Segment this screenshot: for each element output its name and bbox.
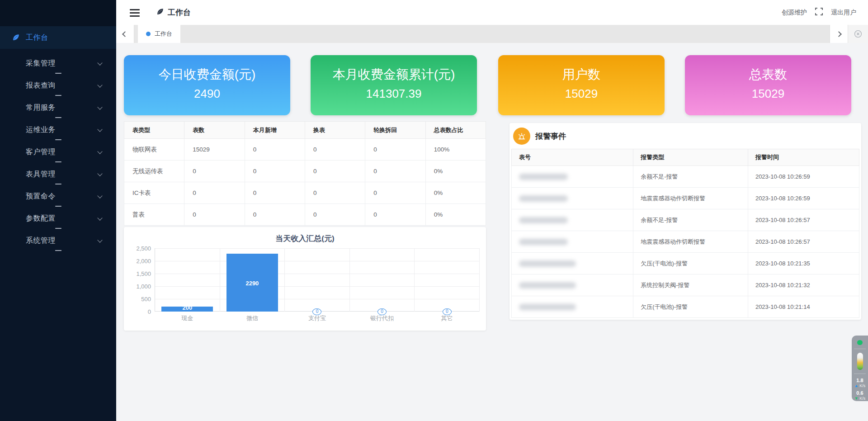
meter-table-cell: 0 <box>305 139 365 161</box>
workbench-leaf-icon <box>12 33 20 42</box>
chart-title: 当天收入汇总(元) <box>124 227 486 244</box>
bar-value-label: 2290 <box>245 280 259 287</box>
sidebar-item-4[interactable]: 运维业务 <box>0 119 116 141</box>
sidebar-item-label: 运维业务 <box>26 125 56 135</box>
tab-workbench[interactable]: 工作台 <box>138 25 180 43</box>
alarm-panel-header: 报警事件 <box>509 123 861 149</box>
page-title-text: 工作台 <box>168 7 191 18</box>
logout-button[interactable]: 退出用户 <box>831 9 856 17</box>
meter-number-blurred <box>519 260 576 267</box>
meter-table-cell: 0 <box>245 161 305 182</box>
upload-speed-value: 1.8 <box>856 378 863 383</box>
sidebar-item-label: 采集管理 <box>26 59 56 68</box>
alarm-table-header: 报警时间 <box>748 149 859 166</box>
meter-table-cell: 0% <box>425 204 486 226</box>
meter-table-cell: 0 <box>245 182 305 204</box>
x-axis-category-label: 其它 <box>415 314 479 322</box>
meter-table-cell: 0 <box>365 139 425 161</box>
meter-number-blurred <box>519 282 576 289</box>
alarm-time-cell: 2023-10-08 10:26:59 <box>748 188 859 209</box>
alarm-table-row: 欠压(干电池)-报警 2023-10-08 10:21:35 <box>512 253 859 274</box>
sidebar-item-3[interactable]: 常用服务 <box>0 97 116 119</box>
sidebar-item-label: 客户管理 <box>26 147 56 157</box>
sidebar-item-7[interactable]: 预置命令 <box>0 185 116 208</box>
meter-table-row: IC卡表00000% <box>124 182 486 204</box>
chevron-down-icon <box>97 82 102 87</box>
chevron-down-icon <box>97 193 102 198</box>
chevron-down-icon <box>97 237 102 242</box>
meter-table-cell: 0 <box>365 161 425 182</box>
x-axis-category-label: 现金 <box>155 314 220 322</box>
sidebar-item-label: 工作台 <box>26 33 48 43</box>
alarm-events-card: 报警事件 表号报警类型报警时间 余额不足-报警 2023-10-08 10:26… <box>509 123 861 320</box>
gauge-pill-icon <box>857 353 863 370</box>
meter-table-cell: 0 <box>365 182 425 204</box>
meter-number-blurred <box>519 174 568 180</box>
y-axis-tick-label: 500 <box>127 296 151 303</box>
alarm-meter-number-cell <box>512 231 633 253</box>
network-monitor-widget[interactable]: 1.8 ▲ K/s 0.6 ▼ K/s <box>852 336 868 401</box>
alarm-table-row: 地震震感器动作切断报警 2023-10-08 10:26:57 <box>512 231 859 253</box>
tab-scroll-right-button[interactable] <box>830 25 848 43</box>
alarm-table-row: 余额不足-报警 2023-10-08 10:26:57 <box>512 209 859 231</box>
meter-table-header: 本月新增 <box>245 122 305 139</box>
meter-table-cell: 0 <box>184 204 245 226</box>
meter-number-blurred <box>519 195 568 202</box>
alarm-table-row: 欠压(干电池)-报警 2023-10-08 10:21:14 <box>512 296 859 318</box>
chevron-left-icon <box>122 31 128 37</box>
meter-number-blurred <box>519 217 568 223</box>
alarm-type-cell: 地震震感器动作切断报警 <box>633 231 748 253</box>
tab-scroll-left-button[interactable] <box>116 25 134 43</box>
income-chart-card: 当天收入汇总(元) 2,5002,0001,5001,0005000 200 现… <box>124 227 486 331</box>
sidebar-item-9[interactable]: 系统管理 <box>0 230 116 252</box>
tab-options-button[interactable] <box>848 25 868 43</box>
sidebar-item-1[interactable]: 采集管理 <box>0 52 116 75</box>
alarm-time-cell: 2023-10-08 10:26:57 <box>748 231 859 253</box>
active-tab-dot-icon <box>146 32 151 36</box>
chart-band: 0 其它 <box>415 248 480 312</box>
hamburger-menu-icon[interactable] <box>130 7 140 19</box>
current-user-label[interactable]: 创源维护 <box>782 9 807 17</box>
meter-table-cell: 无线远传表 <box>124 161 184 182</box>
alarm-panel-title: 报警事件 <box>535 131 566 142</box>
meter-table-cell: 0% <box>425 161 486 182</box>
alarm-time-cell: 2023-10-08 10:26:57 <box>748 209 859 231</box>
stat-card-2: 用户数 15029 <box>498 55 665 115</box>
alarm-type-cell: 系统控制关阀-报警 <box>633 274 748 296</box>
sidebar-item-label: 预置命令 <box>26 192 56 201</box>
fullscreen-icon[interactable] <box>815 8 823 17</box>
sidebar-item-6[interactable]: 表具管理 <box>0 163 116 185</box>
stat-card-value: 141307.39 <box>311 87 477 101</box>
alarm-type-cell: 地震震感器动作切断报警 <box>633 188 748 209</box>
tab-label: 工作台 <box>155 30 172 38</box>
meter-table-cell: 0 <box>245 139 305 161</box>
chevron-down-icon <box>97 60 102 65</box>
bar-value-label: 200 <box>182 304 192 311</box>
stat-card-title: 总表数 <box>685 66 851 83</box>
sidebar-item-8[interactable]: 参数配置 <box>0 208 116 230</box>
y-axis-tick-label: 2,000 <box>127 258 151 265</box>
status-dot-icon <box>857 340 863 345</box>
meter-table-header: 轮换拆回 <box>365 122 425 139</box>
meter-table-cell: 0 <box>184 182 245 204</box>
chart-band: 0 支付宝 <box>285 248 350 312</box>
y-axis-tick-label: 1,000 <box>127 283 151 290</box>
chevron-down-icon <box>97 104 102 109</box>
sidebar-item-2[interactable]: 报表查询 <box>0 75 116 97</box>
alarm-time-cell: 2023-10-08 10:21:35 <box>748 253 859 274</box>
stat-card-title: 今日收费金额(元) <box>124 66 290 83</box>
meter-table-cell: 15029 <box>184 139 245 161</box>
x-axis-category-label: 银行代扣 <box>350 314 415 322</box>
download-speed-value: 0.6 <box>856 390 863 396</box>
alarm-time-cell: 2023-10-08 10:26:59 <box>748 166 859 188</box>
meter-table-cell: 0 <box>305 204 365 226</box>
meter-table-header: 表数 <box>184 122 245 139</box>
meter-summary-table: 表类型表数本月新增换表轮换拆回总表数占比 物联网表15029000100%无线远… <box>124 121 486 226</box>
sidebar-item-5[interactable]: 客户管理 <box>0 141 116 163</box>
meter-table-cell: 0 <box>184 161 245 182</box>
stat-card-0: 今日收费金额(元) 2490 <box>124 55 290 115</box>
alarm-table-header: 表号 <box>512 149 633 166</box>
meter-table-row: 物联网表15029000100% <box>124 139 486 161</box>
sidebar-item-0[interactable]: 工作台 <box>0 26 116 49</box>
alarm-type-cell: 余额不足-报警 <box>633 166 748 188</box>
